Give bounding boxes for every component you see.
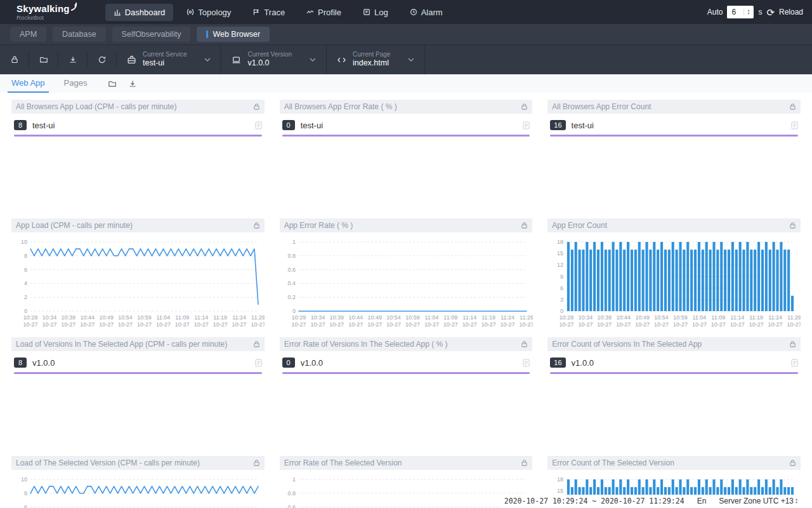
svg-text:10-27: 10-27 — [730, 321, 745, 328]
lock-icon[interactable] — [789, 459, 796, 467]
svg-text:10:29: 10:29 — [291, 314, 306, 321]
list-item[interactable]: 8 test-ui — [14, 120, 262, 130]
tab-database[interactable]: Database — [53, 27, 106, 42]
copy-icon[interactable] — [255, 121, 262, 130]
svg-text:10-27: 10-27 — [137, 321, 152, 328]
auto-interval-spinner[interactable]: ▲▼ — [743, 9, 752, 15]
dashboard-page-tabs: Web App Pages — [0, 74, 812, 93]
card-title: Error Count of The Selected Version — [552, 458, 789, 467]
card-app-error-rate-chart: App Error Rate ( % ) 00.20.40.60.8110:29… — [275, 217, 538, 330]
svg-text:10:49: 10:49 — [367, 314, 382, 321]
current-page-selector[interactable]: Current Page index.html — [327, 45, 425, 74]
lock-icon[interactable] — [253, 459, 260, 467]
svg-text:10-27: 10-27 — [329, 321, 344, 328]
tab-pages[interactable]: Pages — [60, 74, 91, 93]
tab-web-app[interactable]: Web App — [8, 74, 49, 93]
svg-text:10:34: 10:34 — [43, 314, 57, 321]
list-item[interactable]: 0 test-ui — [282, 120, 530, 130]
card-load-of-versions: Load of Versions In The Selected App (CP… — [6, 335, 270, 449]
nav-item-topology[interactable]: Topology — [178, 4, 239, 21]
svg-text:11:04: 11:04 — [156, 314, 170, 321]
card-header: All Browsers App Load (CPM - calls per m… — [11, 100, 265, 114]
lock-icon[interactable] — [789, 222, 796, 229]
nav-label: Trace — [264, 8, 285, 17]
copy-icon[interactable] — [523, 121, 530, 130]
svg-text:11:24: 11:24 — [501, 314, 514, 321]
nav-item-alarm[interactable]: Alarm — [402, 4, 451, 21]
svg-text:10-27: 10-27 — [768, 321, 783, 328]
svg-text:10-27: 10-27 — [749, 321, 764, 328]
server-zone-spinner[interactable]: ▲▼ — [795, 498, 798, 504]
svg-text:11:29: 11:29 — [251, 314, 265, 321]
current-version-selector[interactable]: Current Version v1.0.0 — [221, 45, 326, 74]
copy-icon[interactable] — [255, 359, 262, 367]
list-item[interactable]: 16 test-ui — [550, 120, 798, 130]
copy-icon[interactable] — [791, 359, 798, 367]
card-header: App Load (CPM - calls per minute) — [11, 218, 265, 232]
refresh-button[interactable] — [88, 45, 117, 74]
import-template-button[interactable] — [29, 45, 58, 74]
export-template-button[interactable] — [58, 45, 88, 74]
svg-text:2: 2 — [24, 294, 27, 300]
lock-icon[interactable] — [521, 222, 528, 229]
lock-icon[interactable] — [253, 222, 260, 229]
export-tab-button[interactable] — [122, 74, 143, 93]
language-toggle[interactable]: En — [697, 497, 707, 505]
reload-icon[interactable]: ⟳ — [766, 8, 775, 17]
nav-item-log[interactable]: Log — [355, 4, 396, 21]
auto-interval-input[interactable] — [727, 6, 743, 18]
chevron-down-icon — [408, 58, 414, 62]
card-header: Load of The Selected Version (CPM - call… — [11, 456, 265, 470]
import-tab-button[interactable] — [102, 74, 122, 93]
card-app-load-chart: App Load (CPM - calls per minute) 024681… — [6, 217, 270, 330]
card-header: Load of Versions In The Selected App (CP… — [11, 337, 265, 351]
list-item[interactable]: 8 v1.0.0 — [14, 358, 262, 368]
auto-reload-controls: Auto ▲▼ s ⟳ Reload — [707, 6, 803, 18]
selector-label: Current Page — [353, 51, 390, 59]
nav-item-profile[interactable]: Profile — [298, 4, 350, 21]
svg-text:11:09: 11:09 — [712, 314, 726, 321]
svg-text:10: 10 — [21, 476, 27, 483]
svg-text:18: 18 — [557, 476, 563, 483]
tab-apm[interactable]: APM — [10, 27, 46, 42]
lock-icon[interactable] — [789, 103, 796, 110]
nav-label: Log — [374, 8, 388, 17]
card-error-rate-of-selected-version-chart: Error Rate of The Selected Version 00.20… — [275, 454, 538, 508]
selector-value: v1.0.0 — [247, 58, 291, 69]
nav-item-trace[interactable]: Trace — [244, 4, 293, 21]
time-range-picker[interactable]: 2020-10-27 10:29:24 ~ 2020-10-27 11:29:2… — [504, 497, 684, 505]
selector-value: index.html — [353, 58, 390, 69]
copy-icon[interactable] — [791, 121, 798, 130]
list-item[interactable]: 16 v1.0.0 — [550, 358, 798, 368]
copy-icon[interactable] — [523, 359, 530, 367]
list-item[interactable]: 0 v1.0.0 — [282, 358, 530, 368]
card-title: Error Rate of Versions In The Selected A… — [284, 340, 521, 349]
selector-label: Current Service — [143, 51, 187, 59]
lock-icon[interactable] — [521, 459, 528, 467]
item-label: test-ui — [572, 121, 791, 130]
current-service-selector[interactable]: Current Service test-ui — [117, 45, 221, 74]
tab-label: SelfObservability — [122, 30, 181, 39]
svg-text:8: 8 — [24, 253, 27, 259]
svg-text:10-27: 10-27 — [175, 321, 190, 328]
lock-icon[interactable] — [521, 103, 528, 110]
nav-item-dashboard[interactable]: Dashboard — [105, 4, 174, 21]
card-header: Error Count of Versions In The Selected … — [547, 337, 801, 351]
tab-web-browser[interactable]: Web Browser — [197, 27, 270, 42]
lock-icon[interactable] — [789, 340, 796, 348]
svg-text:10:44: 10:44 — [348, 314, 363, 321]
lock-icon[interactable] — [521, 340, 528, 348]
lock-edit-button[interactable] — [0, 45, 29, 74]
svg-text:0: 0 — [24, 308, 27, 314]
card-app-error-count-chart: App Error Count 036912151810:2910-2710:3… — [542, 217, 806, 330]
svg-text:6: 6 — [560, 285, 563, 291]
svg-text:10-27: 10-27 — [232, 321, 247, 328]
lock-icon[interactable] — [253, 340, 260, 348]
svg-text:11:09: 11:09 — [443, 314, 457, 321]
refresh-icon — [98, 55, 107, 64]
app-load-line-chart: 024681010:2910-2710:3410-2710:3910-2710:… — [11, 233, 265, 330]
reload-button[interactable]: Reload — [779, 8, 803, 17]
tab-selfobservability[interactable]: SelfObservability — [112, 27, 191, 42]
lock-icon[interactable] — [253, 103, 260, 110]
download-icon — [128, 79, 137, 88]
